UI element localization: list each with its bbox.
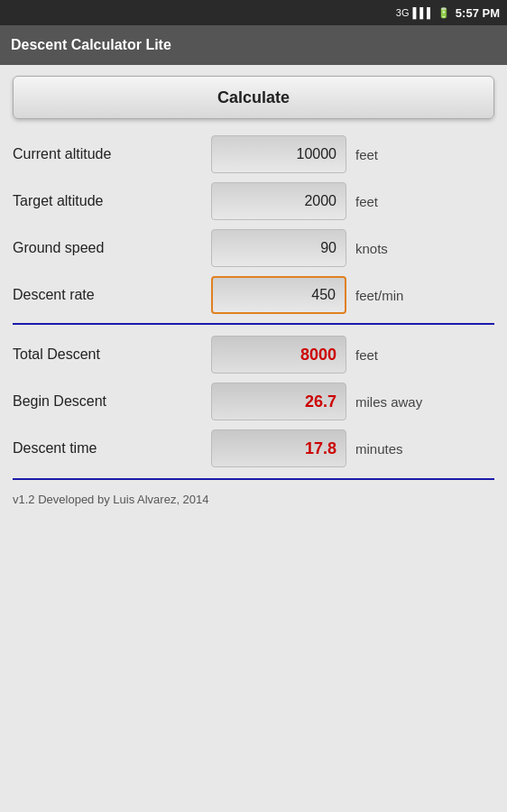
descent-time-label: Descent time [13,440,211,457]
status-bar: 3G ▌▌▌ 🔋 5:57 PM [0,0,507,25]
footer-text: v1.2 Developed by Luis Alvarez, 2014 [13,493,209,506]
current-altitude-label: Current altitude [13,146,211,162]
begin-descent-value: 26.7 [211,383,346,420]
battery-icon: 🔋 [438,7,450,19]
target-altitude-input[interactable] [211,182,346,220]
begin-descent-row: Begin Descent 26.7 miles away [13,383,494,420]
current-altitude-row: Current altitude feet [13,135,494,173]
begin-descent-unit: miles away [355,394,422,410]
descent-rate-input[interactable] [211,276,346,314]
total-descent-row: Total Descent 8000 feet [13,336,494,374]
top-divider [13,323,494,325]
descent-rate-label: Descent rate [13,287,211,303]
total-descent-label: Total Descent [13,346,211,363]
descent-time-unit: minutes [355,441,403,457]
title-bar: Descent Calculator Lite [0,25,507,65]
target-altitude-label: Target altitude [13,193,211,209]
descent-rate-row: Descent rate feet/min [13,276,494,314]
main-content: Calculate Current altitude feet Target a… [0,65,507,518]
descent-time-value: 17.8 [211,429,346,467]
calculate-button[interactable]: Calculate [13,76,494,119]
signal-bars-icon: ▌▌▌ [412,7,433,18]
ground-speed-unit: knots [355,241,388,256]
ground-speed-label: Ground speed [13,240,211,256]
target-altitude-unit: feet [355,194,378,209]
ground-speed-row: Ground speed knots [13,229,494,267]
ground-speed-input[interactable] [211,229,346,267]
total-descent-unit: feet [355,347,378,363]
3g-icon: 3G [396,7,410,18]
begin-descent-label: Begin Descent [13,393,211,410]
bottom-divider [13,478,494,480]
app-title: Descent Calculator Lite [11,37,171,53]
descent-rate-unit: feet/min [355,288,403,303]
status-icons: 3G ▌▌▌ 🔋 [396,7,450,19]
current-altitude-unit: feet [355,147,378,162]
total-descent-value: 8000 [211,336,346,374]
target-altitude-row: Target altitude feet [13,182,494,220]
current-altitude-input[interactable] [211,135,346,173]
status-time: 5:57 PM [456,6,500,20]
descent-time-row: Descent time 17.8 minutes [13,429,494,467]
